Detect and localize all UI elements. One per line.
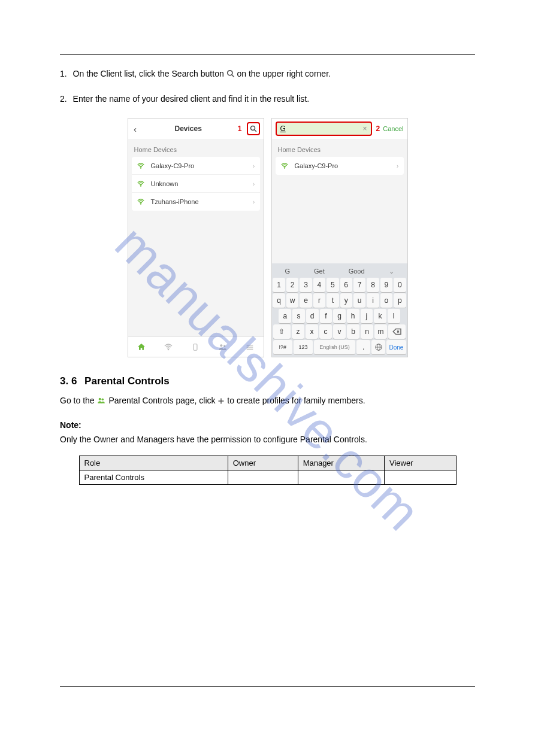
key[interactable]: u	[353, 293, 365, 308]
suggestion[interactable]: Get	[314, 268, 325, 275]
key[interactable]: h	[347, 309, 359, 323]
key[interactable]: f	[320, 309, 333, 323]
step-text-before: On the Client list, click the Search but…	[73, 69, 224, 78]
svg-line-1	[231, 75, 234, 77]
page-footer-rule	[60, 686, 475, 690]
cancel-button[interactable]: Cancel	[383, 125, 403, 132]
shift-key[interactable]: ⇧	[273, 324, 291, 339]
chevron-right-icon: ›	[397, 162, 399, 169]
suggestion[interactable]: Good	[349, 268, 365, 275]
key[interactable]: r	[313, 293, 325, 308]
key[interactable]: z	[292, 324, 304, 339]
key[interactable]: m	[374, 324, 387, 339]
device-name: Tzuhans-iPhone	[151, 198, 253, 205]
space-key[interactable]: English (US)	[314, 340, 355, 354]
key[interactable]: 4	[313, 278, 325, 292]
key[interactable]: l	[388, 309, 400, 323]
step-number: 1.	[60, 69, 67, 78]
key[interactable]: x	[306, 324, 318, 339]
key[interactable]: 7	[353, 278, 365, 292]
svg-point-6	[140, 204, 141, 204]
key[interactable]: t	[327, 293, 338, 308]
section-title: Parental Controls	[84, 375, 170, 387]
svg-point-20	[99, 398, 101, 400]
key[interactable]: j	[361, 309, 373, 323]
section-label: Home Devices	[132, 142, 260, 157]
key[interactable]: d	[306, 309, 319, 323]
svg-point-9	[220, 344, 222, 347]
key[interactable]: p	[394, 293, 406, 308]
list-item[interactable]: Galaxy-C9-Pro ›	[132, 157, 260, 175]
wifi-icon	[137, 180, 146, 188]
period-key[interactable]: .	[356, 340, 370, 354]
table-cell	[385, 470, 456, 485]
key[interactable]: 5	[327, 278, 338, 292]
key[interactable]: v	[333, 324, 346, 339]
phone-header: ‹ Devices 1	[128, 119, 264, 139]
device-list: Galaxy-C9-Pro › Unknown › Tzuhans-iPhone…	[132, 157, 260, 211]
svg-point-14	[284, 168, 285, 168]
key[interactable]: i	[367, 293, 379, 308]
menu-icon[interactable]	[245, 342, 255, 352]
phone-icon[interactable]	[191, 342, 200, 352]
backspace-key[interactable]	[388, 324, 406, 339]
wifi-icon[interactable]	[164, 342, 173, 352]
list-item[interactable]: Unknown ›	[132, 175, 260, 193]
phone-body: Home Devices Galaxy-C9-Pro › Unknown ›	[128, 139, 264, 336]
numbers-key[interactable]: 123	[294, 340, 313, 354]
wifi-icon	[137, 162, 146, 170]
instruction-step-1: 1. On the Client list, click the Search …	[60, 68, 475, 80]
svg-point-21	[102, 399, 104, 401]
phone-header: G × 2Cancel	[272, 119, 407, 139]
key[interactable]: 1	[273, 278, 285, 292]
chevron-down-icon[interactable]: ⌄	[389, 268, 394, 275]
key[interactable]: o	[380, 293, 392, 308]
phone-body: Home Devices Galaxy-C9-Pro ›	[272, 139, 407, 263]
search-icon	[226, 69, 235, 78]
column-header: Manager	[298, 456, 384, 470]
key[interactable]: 2	[286, 278, 298, 292]
note-text: Only the Owner and Managers have the per…	[60, 433, 475, 446]
search-value: G	[280, 125, 363, 133]
search-input[interactable]: G ×	[276, 122, 372, 136]
key[interactable]: c	[319, 324, 332, 339]
home-icon[interactable]	[137, 342, 146, 352]
key[interactable]: 6	[340, 278, 352, 292]
list-item[interactable]: Tzuhans-iPhone ›	[132, 193, 260, 211]
svg-point-4	[140, 168, 141, 168]
key[interactable]: 0	[394, 278, 406, 292]
wifi-icon	[137, 198, 146, 206]
symbols-key[interactable]: !?#	[273, 340, 292, 354]
chevron-right-icon: ›	[253, 162, 255, 169]
people-icon[interactable]	[218, 342, 228, 352]
instruction-step-2: 2. Enter the name of your desired client…	[60, 93, 475, 105]
globe-key[interactable]	[371, 340, 385, 354]
wifi-icon	[280, 162, 290, 170]
search-button[interactable]	[247, 122, 260, 135]
list-item[interactable]: Galaxy-C9-Pro ›	[276, 157, 404, 175]
done-key[interactable]: Done	[386, 340, 406, 354]
key[interactable]: b	[347, 324, 359, 339]
table-cell	[298, 470, 384, 485]
key[interactable]: s	[292, 309, 305, 323]
screen-title: Devices	[143, 125, 234, 133]
key[interactable]: k	[374, 309, 386, 323]
key[interactable]: w	[286, 293, 298, 308]
people-icon	[96, 397, 108, 406]
back-icon[interactable]: ‹	[132, 124, 139, 134]
key[interactable]: e	[300, 293, 312, 308]
chevron-right-icon: ›	[253, 198, 255, 205]
key[interactable]: g	[333, 309, 346, 323]
key[interactable]: q	[273, 293, 285, 308]
key[interactable]: y	[340, 293, 352, 308]
clear-icon[interactable]: ×	[363, 125, 367, 133]
key[interactable]: 8	[367, 278, 379, 292]
key[interactable]: 9	[380, 278, 392, 292]
suggestion[interactable]: G	[285, 268, 290, 275]
key[interactable]: 3	[300, 278, 312, 292]
note-label: Note:	[60, 420, 475, 430]
svg-point-5	[140, 186, 141, 186]
key[interactable]: n	[361, 324, 373, 339]
key[interactable]: a	[279, 309, 291, 323]
device-name: Unknown	[151, 180, 253, 187]
